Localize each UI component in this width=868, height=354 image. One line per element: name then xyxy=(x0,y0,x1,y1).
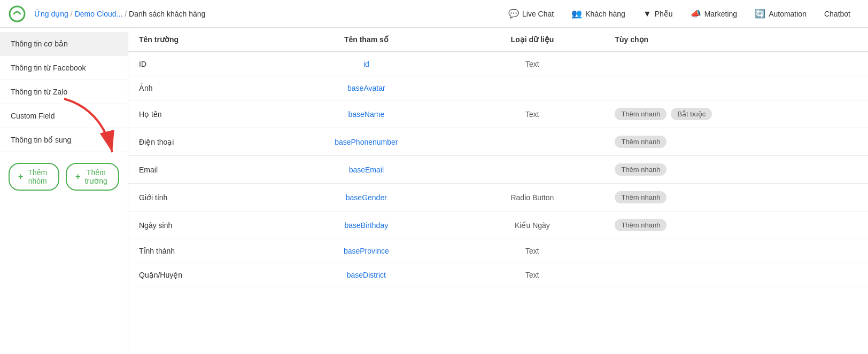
table-row: Họ tênbaseNameTextThêm nhanhBắt buộc xyxy=(128,100,868,128)
field-param: id xyxy=(272,52,460,76)
field-name: Email xyxy=(128,156,272,184)
field-param: basePhonenumber xyxy=(272,128,460,156)
field-options: Thêm nhanh xyxy=(604,128,868,156)
add-group-label: Thêm nhóm xyxy=(25,168,50,185)
field-options: Thêm nhanh xyxy=(604,211,868,239)
breadcrumb-sep2: / xyxy=(125,10,127,18)
col-header-name: Tên trường xyxy=(128,28,272,52)
automation-icon: 🔄 xyxy=(755,9,765,19)
breadcrumb: Ứng dụng / Demo Cloud... / Danh sách khá… xyxy=(34,10,205,18)
breadcrumb-app[interactable]: Ứng dụng xyxy=(34,10,68,18)
table-row: IDidText xyxy=(128,52,868,76)
field-type: Text xyxy=(460,239,604,263)
field-type: Radio Button xyxy=(460,184,604,211)
field-name: Tỉnh thành xyxy=(128,239,272,263)
nav-label-chatbot: Chatbot xyxy=(824,10,850,18)
marketing-icon: 📣 xyxy=(691,9,701,19)
col-header-param: Tên tham số xyxy=(272,28,460,52)
field-name: Ảnh xyxy=(128,76,272,100)
breadcrumb-demo[interactable]: Demo Cloud... xyxy=(75,10,122,18)
field-param: baseGender xyxy=(272,184,460,211)
sidebar-label-extra: Thông tin bổ sung xyxy=(11,136,71,144)
option-badge[interactable]: Thêm nhanh xyxy=(615,136,666,148)
content: Tên trường Tên tham số Loại dữ liệu Tùy … xyxy=(128,28,868,354)
nav-item-customers[interactable]: 👥 Khách hàng xyxy=(563,4,634,23)
field-type xyxy=(460,128,604,156)
top-nav: Ứng dụng / Demo Cloud... / Danh sách khá… xyxy=(0,0,868,28)
option-badge[interactable]: Thêm nhanh xyxy=(615,191,666,203)
sidebar-item-extra[interactable]: Thông tin bổ sung xyxy=(0,128,128,152)
sidebar-label-facebook: Thông tin từ Facebook xyxy=(11,64,86,72)
field-options: Thêm nhanh xyxy=(604,184,868,211)
table-row: Ngày sinhbaseBirthdayKiểu NgàyThêm nhanh xyxy=(128,211,868,239)
sidebar-label-custom: Custom Field xyxy=(11,112,55,120)
field-param: baseDistrict xyxy=(272,263,460,287)
nav-item-chatbot[interactable]: Chatbot xyxy=(816,5,859,22)
sidebar-buttons: + Thêm nhóm + Thêm trường xyxy=(0,152,128,201)
sidebar-label-basic: Thông tin cơ bản xyxy=(11,40,68,48)
table-row: Giới tínhbaseGenderRadio ButtonThêm nhan… xyxy=(128,184,868,211)
field-param: baseEmail xyxy=(272,156,460,184)
add-field-button[interactable]: + Thêm trường xyxy=(66,163,119,191)
main-layout: Thông tin cơ bản Thông tin từ Facebook T… xyxy=(0,28,868,354)
option-badge[interactable]: Thêm nhanh xyxy=(615,108,666,120)
field-options xyxy=(604,76,868,100)
add-group-button[interactable]: + Thêm nhóm xyxy=(9,163,59,191)
breadcrumb-current: Danh sách khách hàng xyxy=(129,10,205,18)
field-options xyxy=(604,52,868,76)
sidebar-item-custom[interactable]: Custom Field xyxy=(0,104,128,128)
field-type: Text xyxy=(460,100,604,128)
livechat-icon: 💬 xyxy=(508,9,519,19)
field-name: Ngày sinh xyxy=(128,211,272,239)
field-param: baseProvince xyxy=(272,239,460,263)
col-header-options: Tùy chọn xyxy=(604,28,868,52)
table-row: Điện thoạibasePhonenumberThêm nhanh xyxy=(128,128,868,156)
field-name: Giới tính xyxy=(128,184,272,211)
nav-label-funnel: Phễu xyxy=(655,10,673,18)
nav-item-marketing[interactable]: 📣 Marketing xyxy=(682,4,746,23)
add-field-icon: + xyxy=(75,172,80,182)
field-param: baseAvatar xyxy=(272,76,460,100)
field-type: Text xyxy=(460,52,604,76)
sidebar-item-facebook[interactable]: Thông tin từ Facebook xyxy=(0,56,128,80)
field-name: ID xyxy=(128,52,272,76)
nav-item-livechat[interactable]: 💬 Live Chat xyxy=(500,4,563,23)
nav-label-automation: Automation xyxy=(769,10,807,18)
sidebar: Thông tin cơ bản Thông tin từ Facebook T… xyxy=(0,28,128,354)
logo[interactable] xyxy=(9,5,26,22)
field-options: Thêm nhanhBắt buộc xyxy=(604,100,868,128)
table-row: EmailbaseEmailThêm nhanh xyxy=(128,156,868,184)
add-field-label: Thêm trường xyxy=(82,168,110,185)
nav-items: 💬 Live Chat 👥 Khách hàng ▼ Phễu 📣 Market… xyxy=(500,4,859,23)
field-type xyxy=(460,76,604,100)
col-header-type: Loại dữ liệu xyxy=(460,28,604,52)
field-name: Điện thoại xyxy=(128,128,272,156)
nav-label-marketing: Marketing xyxy=(704,10,737,18)
field-type: Kiểu Ngày xyxy=(460,211,604,239)
sidebar-item-zalo[interactable]: Thông tin từ Zalo xyxy=(0,80,128,104)
sidebar-label-zalo: Thông tin từ Zalo xyxy=(11,88,67,96)
nav-label-customers: Khách hàng xyxy=(585,10,625,18)
field-type xyxy=(460,156,604,184)
field-type: Text xyxy=(460,263,604,287)
option-badge[interactable]: Thêm nhanh xyxy=(615,219,666,231)
field-name: Quận/Huyện xyxy=(128,263,272,287)
table-row: Quận/HuyệnbaseDistrictText xyxy=(128,263,868,287)
field-param: baseBirthday xyxy=(272,211,460,239)
option-badge[interactable]: Bắt buộc xyxy=(671,108,712,120)
breadcrumb-sep1: / xyxy=(71,10,73,18)
svg-point-0 xyxy=(10,6,25,21)
field-options: Thêm nhanh xyxy=(604,156,868,184)
nav-item-funnel[interactable]: ▼ Phễu xyxy=(634,5,682,23)
sidebar-item-basic[interactable]: Thông tin cơ bản xyxy=(0,32,128,56)
field-name: Họ tên xyxy=(128,100,272,128)
table-row: ẢnhbaseAvatar xyxy=(128,76,868,100)
field-options xyxy=(604,239,868,263)
fields-table: Tên trường Tên tham số Loại dữ liệu Tùy … xyxy=(128,28,868,287)
funnel-icon: ▼ xyxy=(643,9,652,19)
customers-icon: 👥 xyxy=(571,9,582,19)
table-row: Tỉnh thànhbaseProvinceText xyxy=(128,239,868,263)
field-param: baseName xyxy=(272,100,460,128)
nav-item-automation[interactable]: 🔄 Automation xyxy=(746,4,816,23)
option-badge[interactable]: Thêm nhanh xyxy=(615,163,666,176)
